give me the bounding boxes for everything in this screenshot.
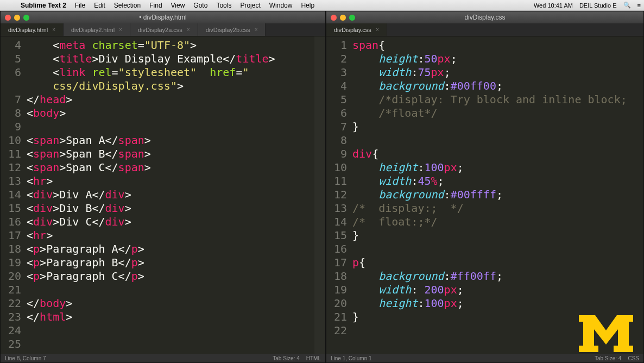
close-tab-icon[interactable]: ×: [119, 27, 122, 33]
tab[interactable]: divDisplay.css×: [326, 23, 387, 36]
tab-label: divDisplay2b.css: [206, 27, 250, 33]
code-line[interactable]: background:#ff00ff;: [352, 270, 643, 283]
code-line[interactable]: background:#00ff00;: [352, 79, 643, 93]
code-line[interactable]: </html>: [27, 310, 314, 324]
macos-menubar: Sublime Text 2 FileEditSelectionFindView…: [0, 0, 644, 11]
menubar-clock[interactable]: Wed 10:41 AM: [534, 2, 573, 9]
code-line[interactable]: [27, 120, 314, 134]
code-line[interactable]: <div>Div B</div>: [27, 202, 314, 215]
tab[interactable]: divDisplay2b.css×: [198, 23, 266, 36]
code-line[interactable]: height:100px;: [352, 297, 643, 310]
tab-label: divDisplay2.html: [71, 27, 115, 33]
close-window-icon[interactable]: [331, 15, 337, 21]
titlebar[interactable]: divDisplay.css: [326, 11, 643, 23]
code-line[interactable]: <span>Span C</span>: [27, 161, 314, 174]
editor-window-left: • divDisplay.html divDisplay.html×divDis…: [0, 11, 326, 363]
code-line[interactable]: [27, 324, 314, 337]
close-tab-icon[interactable]: ×: [187, 27, 190, 33]
line-number-gutter: 12345678910111213141516171819202122: [326, 36, 352, 354]
cursor-position: Line 8, Column 7: [5, 355, 46, 361]
tab-bar: divDisplay.css×: [326, 23, 643, 36]
menu-file[interactable]: File: [75, 2, 85, 9]
code-line[interactable]: background:#00ffff;: [352, 188, 643, 202]
minimize-window-icon[interactable]: [14, 15, 20, 21]
close-tab-icon[interactable]: ×: [255, 27, 258, 33]
close-window-icon[interactable]: [5, 15, 11, 21]
code-line[interactable]: <span>Span A</span>: [27, 134, 314, 147]
code-line[interactable]: /* float:;*/: [352, 215, 643, 229]
code-line[interactable]: <div>Div C</div>: [27, 215, 314, 229]
code-line[interactable]: [27, 337, 314, 351]
zoom-window-icon[interactable]: [349, 15, 355, 21]
menubar-extra-icon[interactable]: ≡: [637, 2, 641, 9]
code-line[interactable]: <hr>: [27, 174, 314, 188]
menu-edit[interactable]: Edit: [94, 2, 105, 9]
close-tab-icon[interactable]: ×: [376, 27, 379, 33]
minimize-window-icon[interactable]: [340, 15, 346, 21]
menu-goto[interactable]: Goto: [193, 2, 207, 9]
menu-tools[interactable]: Tools: [216, 2, 231, 9]
menu-window[interactable]: Window: [269, 2, 293, 9]
code-line[interactable]: [27, 283, 314, 297]
code-editor[interactable]: 12345678910111213141516171819202122 span…: [326, 36, 643, 354]
zoom-window-icon[interactable]: [23, 15, 29, 21]
syntax-language[interactable]: HTML: [306, 355, 321, 361]
close-tab-icon[interactable]: ×: [52, 27, 55, 33]
app-name[interactable]: Sublime Text 2: [21, 2, 66, 9]
code-line[interactable]: p{: [352, 256, 643, 270]
tab[interactable]: divDisplay.html×: [1, 23, 64, 36]
code-line[interactable]: width:45%;: [352, 174, 643, 188]
workspace: • divDisplay.html divDisplay.html×divDis…: [0, 11, 644, 363]
editor-window-right: divDisplay.css divDisplay.css× 123456789…: [326, 11, 644, 363]
menubar-user[interactable]: DEIL Studio E: [579, 2, 617, 9]
code-line[interactable]: [352, 242, 643, 256]
tab-label: divDisplay2a.css: [138, 27, 182, 33]
tab-size[interactable]: Tab Size: 4: [595, 355, 621, 361]
code-line[interactable]: width:75px;: [352, 66, 643, 79]
tab[interactable]: divDisplay2a.css×: [130, 23, 198, 36]
code-line[interactable]: [352, 134, 643, 147]
tab-bar: divDisplay.html×divDisplay2.html×divDisp…: [1, 23, 325, 36]
code-line[interactable]: div{: [352, 147, 643, 161]
code-line[interactable]: <p>Paragraph C</p>: [27, 270, 314, 283]
tab[interactable]: divDisplay2.html×: [64, 23, 130, 36]
code-line[interactable]: <hr>: [27, 229, 314, 242]
spotlight-icon[interactable]: 🔍: [623, 2, 631, 9]
code-content[interactable]: span{ height:50px; width:75px; backgroun…: [352, 36, 643, 354]
code-line[interactable]: }: [352, 120, 643, 134]
code-line[interactable]: <link rel="stylesheet" href=": [27, 66, 314, 79]
menu-selection[interactable]: Selection: [114, 2, 141, 9]
code-editor[interactable]: 4567891011121314151617181920212223242526…: [1, 36, 325, 354]
code-line[interactable]: <p>Paragraph B</p>: [27, 256, 314, 270]
code-line[interactable]: </head>: [27, 93, 314, 107]
code-line[interactable]: width: 200px;: [352, 283, 643, 297]
menu-view[interactable]: View: [171, 2, 185, 9]
code-line[interactable]: [27, 351, 314, 354]
code-line[interactable]: span{: [352, 39, 643, 52]
code-line[interactable]: }: [352, 229, 643, 242]
minimap[interactable]: [314, 36, 325, 354]
titlebar[interactable]: • divDisplay.html: [1, 11, 325, 23]
code-line[interactable]: <title>Div Display Example</title>: [27, 52, 314, 66]
code-line[interactable]: css/divDisplay.css">: [27, 79, 314, 93]
code-line[interactable]: /*display: Try block and inline block;: [352, 93, 643, 107]
code-line[interactable]: <span>Span B</span>: [27, 147, 314, 161]
code-line[interactable]: <meta charset="UTF-8">: [27, 39, 314, 52]
code-content[interactable]: <meta charset="UTF-8"> <title>Div Displa…: [27, 36, 314, 354]
code-line[interactable]: height:50px;: [352, 52, 643, 66]
traffic-lights: [5, 15, 29, 21]
code-line[interactable]: <body>: [27, 107, 314, 120]
code-line[interactable]: </body>: [27, 297, 314, 310]
code-line[interactable]: <div>Div A</div>: [27, 188, 314, 202]
tab-size[interactable]: Tab Size: 4: [273, 355, 299, 361]
code-line[interactable]: <p>Paragraph A</p>: [27, 242, 314, 256]
menu-project[interactable]: Project: [240, 2, 260, 9]
code-line[interactable]: /* display:; */: [352, 202, 643, 215]
menu-find[interactable]: Find: [149, 2, 162, 9]
code-line[interactable]: height:100px;: [352, 161, 643, 174]
status-bar: Line 1, Column 1 Tab Size: 4 CSS: [326, 354, 643, 362]
michigan-logo: [579, 315, 633, 352]
menu-help[interactable]: Help: [301, 2, 314, 9]
code-line[interactable]: /*float*/: [352, 107, 643, 120]
syntax-language[interactable]: CSS: [628, 355, 639, 361]
